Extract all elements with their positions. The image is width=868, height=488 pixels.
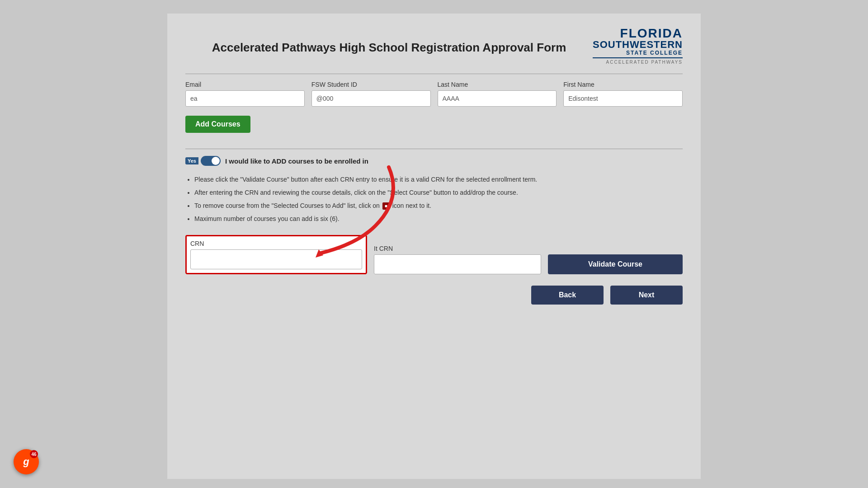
firstname-input[interactable] [563,90,683,107]
toggle-switch[interactable] [201,156,221,166]
back-button[interactable]: Back [531,286,604,305]
crn-input[interactable] [190,249,362,269]
next-button[interactable]: Next [610,286,683,305]
grammarly-icon[interactable]: g 46 [14,449,39,474]
logo-state: STATE COLLEGE [626,50,683,56]
it-crn-field-group: It CRN [374,245,541,274]
logo-southwestern: SOUTHWESTERN [593,40,683,50]
instruction-4: Maximum number of courses you can add is… [194,214,683,224]
section-divider-2 [185,149,683,149]
it-crn-input[interactable] [374,254,541,274]
lastname-input[interactable] [438,90,557,107]
email-field-group: Email [185,81,305,107]
firstname-label: First Name [563,81,683,88]
grammarly-letter: g [23,456,29,468]
grammarly-badge: 46 [30,450,38,458]
header-row: Accelerated Pathways High School Registr… [185,27,683,65]
form-container: Accelerated Pathways High School Registr… [167,14,701,479]
crn-field-highlighted: CRN [185,235,367,274]
section-divider [185,74,683,74]
logo-pathways: ACCELERATED PATHWAYS [606,60,683,65]
validate-course-button[interactable]: Validate Course [548,254,683,274]
fsw-label: FSW Student ID [311,81,431,88]
lastname-field-group: Last Name [438,81,557,107]
crn-label: CRN [190,240,362,247]
page-title: Accelerated Pathways High School Registr… [185,41,593,55]
instruction-2: After entering the CRN and reviewing the… [194,188,683,197]
toggle-container[interactable]: Yes [185,156,221,166]
logo-florida: FLORIDA [620,27,683,40]
instruction-1: Please click the "Validate Course" butto… [194,175,683,184]
toggle-description: I would like to ADD courses to be enroll… [225,157,368,165]
logo-divider [593,57,683,58]
it-crn-label: It CRN [374,245,541,252]
action-buttons-row: Back Next [185,286,683,305]
crn-row: CRN It CRN Validate Course [185,235,683,274]
email-label: Email [185,81,305,88]
instruction-3: To remove course from the "Selected Cour… [194,201,683,211]
add-courses-button[interactable]: Add Courses [185,116,250,133]
crn-section: CRN It CRN Validate Course [185,235,683,274]
firstname-field-group: First Name [563,81,683,107]
toggle-row: Yes I would like to ADD courses to be en… [185,156,683,166]
logo-area: FLORIDA SOUTHWESTERN STATE COLLEGE ACCEL… [593,27,683,65]
fsw-field-group: FSW Student ID [311,81,431,107]
toggle-knob [212,157,220,165]
fsw-input[interactable] [311,90,431,107]
toggle-yes-label: Yes [185,157,198,164]
instructions-list: Please click the "Validate Course" butto… [194,175,683,224]
fields-row: Email FSW Student ID Last Name First Nam… [185,81,683,107]
email-input[interactable] [185,90,305,107]
remove-icon: ■ [382,202,390,210]
lastname-label: Last Name [438,81,557,88]
